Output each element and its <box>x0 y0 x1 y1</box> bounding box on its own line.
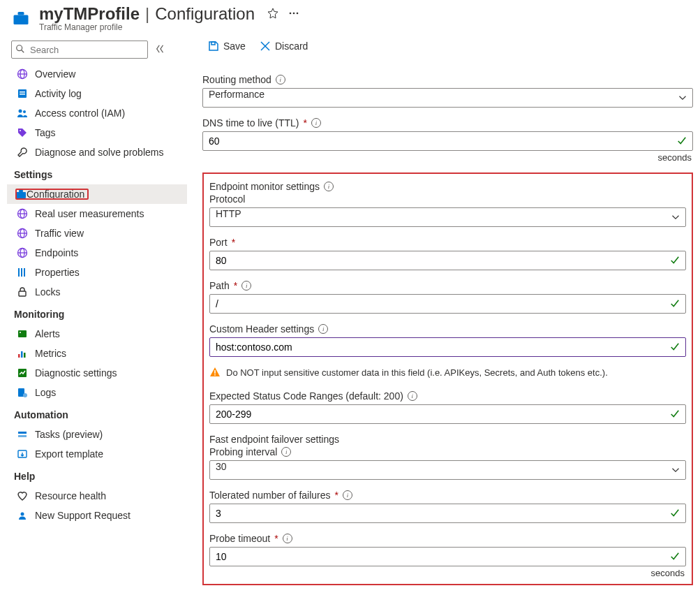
sidebar-item-access-control-iam[interactable]: Access control (IAM) <box>7 103 187 123</box>
sidebar-item-metrics[interactable]: Metrics <box>7 344 187 363</box>
chevron-down-icon <box>678 94 687 102</box>
tasks-icon <box>17 429 28 440</box>
diag-icon <box>17 367 28 379</box>
sidebar-item-diagnose-and-solve-problems[interactable]: Diagnose and solve problems <box>7 142 187 162</box>
sidebar-item-real-user-measurements[interactable]: Real user measurements <box>7 204 187 223</box>
info-icon[interactable]: i <box>241 281 251 291</box>
sidebar-item-diagnostic-settings[interactable]: Diagnostic settings <box>7 363 187 383</box>
people-icon <box>17 108 28 119</box>
field-custom-header: Custom Header settings i <box>209 323 686 357</box>
sidebar-item-tasks-preview[interactable]: Tasks (preview) <box>7 425 187 444</box>
timeout-label: Probe timeout <box>209 533 270 544</box>
sidebar-item-label: Properties <box>35 267 80 278</box>
sidebar-item-label: Access control (IAM) <box>35 108 125 119</box>
sidebar-item-alerts[interactable]: Alerts <box>7 324 187 344</box>
failures-input[interactable] <box>216 504 670 522</box>
valid-check-icon <box>670 409 680 419</box>
chevron-down-icon <box>671 466 680 474</box>
path-input[interactable] <box>216 295 670 313</box>
sidebar-item-label: Tasks (preview) <box>35 429 103 440</box>
required-marker: * <box>303 117 306 129</box>
warning-text: Do NOT input sensitive customer data in … <box>226 367 608 378</box>
wrench-icon <box>17 147 28 158</box>
sidebar-item-label: Real user measurements <box>35 208 144 219</box>
activity-icon <box>17 88 28 99</box>
resource-icon <box>11 10 31 27</box>
field-tolerated-failures: Tolerated number of failures * i <box>209 490 686 523</box>
ttl-input[interactable] <box>209 132 677 150</box>
sidebar-section-automation: Automation <box>7 402 187 425</box>
interval-label: Probing interval <box>209 446 277 457</box>
sidebar: OverviewActivity logAccess control (IAM)… <box>7 35 187 525</box>
sidebar-section-help: Help <box>7 464 187 486</box>
protocol-select[interactable]: HTTP <box>209 207 686 227</box>
ttl-input-wrap[interactable] <box>202 131 693 151</box>
field-routing-method: Routing method i Performance <box>202 74 693 108</box>
port-label: Port <box>209 237 228 248</box>
custom-header-input[interactable] <box>216 338 670 356</box>
sidebar-item-locks[interactable]: Locks <box>7 282 187 302</box>
page-header: myTMProfile | Configuration Traffic Mana… <box>7 0 693 35</box>
ttl-label: DNS time to live (TTL) <box>202 117 299 129</box>
port-input[interactable] <box>216 251 670 270</box>
sidebar-item-overview[interactable]: Overview <box>7 64 187 84</box>
status-label: Expected Status Code Ranges (default: 20… <box>209 390 403 402</box>
sidebar-item-traffic-view[interactable]: Traffic view <box>7 223 187 243</box>
port-input-wrap[interactable] <box>209 251 686 270</box>
info-icon[interactable]: i <box>318 324 328 334</box>
sidebar-item-configuration[interactable]: Configuration <box>7 184 187 204</box>
status-input[interactable] <box>216 405 670 423</box>
sidebar-item-tags[interactable]: Tags <box>7 123 187 142</box>
sidebar-item-resource-health[interactable]: Resource health <box>7 486 187 506</box>
collapse-sidebar-button[interactable] <box>155 44 166 56</box>
sidebar-item-label: Endpoints <box>35 247 78 258</box>
sidebar-item-logs[interactable]: Logs <box>7 383 187 402</box>
sidebar-item-endpoints[interactable]: Endpoints <box>7 243 187 263</box>
more-button[interactable] <box>285 5 302 24</box>
field-path: Path * i <box>209 280 686 314</box>
sidebar-item-properties[interactable]: Properties <box>7 263 187 282</box>
valid-check-icon <box>670 552 680 562</box>
required-marker: * <box>335 490 338 501</box>
info-icon[interactable]: i <box>283 534 292 543</box>
protocol-label: Protocol <box>209 193 245 205</box>
save-button[interactable]: Save <box>207 39 247 53</box>
sidebar-section-settings: Settings <box>7 162 187 184</box>
failures-input-wrap[interactable] <box>209 504 686 523</box>
sidebar-item-label: Metrics <box>35 348 66 359</box>
sidebar-item-label: Locks <box>35 286 61 298</box>
timeout-input[interactable] <box>216 548 670 566</box>
path-input-wrap[interactable] <box>209 294 686 314</box>
favorite-button[interactable] <box>265 5 281 24</box>
field-probe-timeout: Probe timeout * i seconds <box>209 533 686 578</box>
info-icon[interactable]: i <box>408 391 417 401</box>
routing-select[interactable]: Performance <box>202 88 693 108</box>
status-input-wrap[interactable] <box>209 404 686 424</box>
info-icon[interactable]: i <box>343 490 352 500</box>
info-icon[interactable]: i <box>276 75 285 85</box>
sidebar-search[interactable] <box>11 41 148 59</box>
sidebar-item-activity-log[interactable]: Activity log <box>7 84 187 103</box>
page-subtitle: Traffic Manager profile <box>39 22 302 32</box>
search-input[interactable] <box>11 41 148 59</box>
globe-icon <box>17 208 28 219</box>
valid-check-icon <box>677 136 687 146</box>
sidebar-item-new-support-request[interactable]: New Support Request <box>7 506 187 525</box>
field-probing-interval: Probing interval i 30 <box>209 446 686 480</box>
logs-icon <box>17 387 28 398</box>
sidebar-item-export-template[interactable]: Export template <box>7 444 187 464</box>
props-icon <box>17 267 28 278</box>
sidebar-item-label: Overview <box>35 68 75 80</box>
export-icon <box>17 448 28 460</box>
info-icon[interactable]: i <box>311 118 321 128</box>
info-icon[interactable]: i <box>324 182 334 191</box>
info-icon[interactable]: i <box>281 447 291 457</box>
sidebar-item-label: Export template <box>35 448 103 460</box>
custom-header-label: Custom Header settings <box>209 323 314 335</box>
discard-button[interactable]: Discard <box>258 39 309 53</box>
custom-header-input-wrap[interactable] <box>209 337 686 357</box>
sensitive-data-warning: Do NOT input sensitive customer data in … <box>209 367 686 378</box>
timeout-input-wrap[interactable] <box>209 547 686 566</box>
interval-select[interactable]: 30 <box>209 460 686 480</box>
globe-icon <box>17 68 28 80</box>
